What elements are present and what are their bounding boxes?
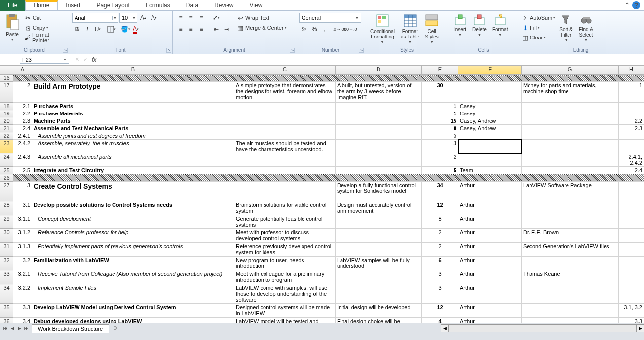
enter-formula-icon[interactable]: ✓ bbox=[83, 56, 88, 63]
increase-indent-button[interactable]: ⇥ bbox=[222, 24, 231, 34]
cell[interactable]: 4 bbox=[422, 318, 458, 323]
cell[interactable]: Arthur bbox=[458, 257, 522, 270]
cell[interactable]: 2 bbox=[422, 243, 458, 257]
cell[interactable]: Arthur bbox=[458, 284, 522, 304]
shrink-font-button[interactable]: A▾ bbox=[149, 13, 159, 23]
row-header[interactable]: 24 bbox=[0, 153, 13, 167]
cell[interactable] bbox=[522, 167, 619, 174]
cell[interactable]: Arthur bbox=[458, 215, 522, 229]
row-header[interactable]: 22 bbox=[0, 132, 13, 140]
insert-cells-button[interactable]: Insert▼ bbox=[452, 13, 468, 38]
cell[interactable] bbox=[522, 304, 619, 318]
cell[interactable] bbox=[522, 318, 619, 323]
row-header[interactable]: 33 bbox=[0, 270, 13, 284]
row-header[interactable]: 16 bbox=[0, 75, 13, 82]
column-header-H[interactable]: H bbox=[619, 66, 644, 75]
sort-filter-button[interactable]: Sort & Filter▼ bbox=[557, 13, 575, 43]
tab-home[interactable]: Home bbox=[25, 0, 58, 10]
fill-button[interactable]: ⬇Fill▾ bbox=[521, 23, 555, 33]
cell[interactable]: Develop a fully-functional control syste… bbox=[336, 182, 422, 201]
row-header[interactable]: 17 bbox=[0, 82, 13, 103]
font-name-combo[interactable]: ▼ bbox=[72, 13, 118, 23]
cell[interactable]: 2.1 bbox=[13, 103, 32, 110]
orientation-button[interactable]: ⤢▾ bbox=[211, 13, 221, 23]
cell[interactable] bbox=[234, 153, 336, 167]
spreadsheet-grid[interactable]: ABCDEFGH16172Build Arm PrototypeA simple… bbox=[0, 65, 644, 323]
formula-input[interactable] bbox=[100, 55, 644, 65]
cell[interactable]: 1 bbox=[422, 103, 458, 110]
row-header[interactable]: 31 bbox=[0, 243, 13, 257]
cell[interactable] bbox=[336, 284, 422, 304]
cell[interactable]: Integrate and Test Circuitry bbox=[32, 167, 234, 174]
last-sheet-button[interactable]: ⏭ bbox=[23, 326, 30, 331]
cell[interactable] bbox=[336, 117, 422, 125]
align-top-button[interactable]: ≡ bbox=[176, 13, 186, 23]
merge-center-button[interactable]: ▦Merge & Center▾ bbox=[236, 23, 287, 33]
cell[interactable]: 1 bbox=[619, 82, 644, 103]
cell[interactable]: Arthur bbox=[458, 304, 522, 318]
row-header[interactable]: 36 bbox=[0, 318, 13, 323]
cell[interactable]: 3 bbox=[422, 270, 458, 284]
cell[interactable]: Potentially implement parts of previous … bbox=[32, 243, 234, 257]
bold-button[interactable]: B bbox=[72, 24, 82, 34]
cell[interactable]: 2.4.2 bbox=[13, 140, 32, 153]
horizontal-scrollbar[interactable]: ◀ ▶ bbox=[441, 324, 644, 332]
cell[interactable]: Generate potentially feasible control sy… bbox=[234, 215, 336, 229]
cell[interactable] bbox=[336, 125, 422, 132]
cell[interactable] bbox=[234, 125, 336, 132]
cell[interactable] bbox=[336, 153, 422, 167]
cell[interactable]: 12 bbox=[422, 304, 458, 318]
cell[interactable]: Arthur bbox=[458, 182, 522, 201]
cell[interactable]: Debug developed designs using LabVIEW bbox=[32, 318, 234, 323]
cell[interactable] bbox=[522, 140, 619, 153]
row-header[interactable]: 19 bbox=[0, 110, 13, 117]
scroll-track[interactable] bbox=[449, 324, 636, 332]
column-header-A[interactable]: A bbox=[13, 66, 32, 75]
cell[interactable]: Designed control systems will be made in… bbox=[234, 304, 336, 318]
cell[interactable] bbox=[234, 182, 336, 201]
autosum-button[interactable]: ΣAutoSum▾ bbox=[521, 13, 555, 23]
cell[interactable] bbox=[234, 110, 336, 117]
name-box[interactable]: F23▼ bbox=[20, 56, 69, 64]
column-header-B[interactable]: B bbox=[32, 66, 234, 75]
cell[interactable]: 5 bbox=[422, 167, 458, 174]
cell[interactable] bbox=[619, 270, 644, 284]
cell[interactable] bbox=[458, 82, 522, 103]
cell[interactable] bbox=[619, 229, 644, 243]
cell[interactable]: Thomas Keane bbox=[522, 270, 619, 284]
cell[interactable] bbox=[234, 167, 336, 174]
cell[interactable] bbox=[522, 215, 619, 229]
cell[interactable]: 3.3 bbox=[13, 304, 32, 318]
cell[interactable]: Arthur bbox=[458, 318, 522, 323]
dialog-launcher-clipboard[interactable]: ↘ bbox=[63, 48, 68, 53]
cell[interactable]: Build Arm Prototype bbox=[32, 82, 234, 103]
fill-color-button[interactable]: 🪣▾ bbox=[120, 24, 130, 34]
tab-data[interactable]: Data bbox=[178, 0, 206, 10]
scroll-left-button[interactable]: ◀ bbox=[441, 324, 449, 332]
cell[interactable] bbox=[336, 140, 422, 153]
cell[interactable]: Develop possible solutions to Control Sy… bbox=[32, 201, 234, 215]
dialog-launcher-number[interactable]: ↘ bbox=[359, 48, 364, 53]
tab-formulas[interactable]: Formulas bbox=[138, 0, 178, 10]
grow-font-button[interactable]: A▴ bbox=[138, 13, 148, 23]
cell[interactable]: Initial design will be developed bbox=[336, 304, 422, 318]
cell[interactable]: Machine Parts bbox=[32, 117, 234, 125]
cell[interactable]: Concept development bbox=[32, 215, 234, 229]
format-as-table-button[interactable]: Format as Table▼ bbox=[399, 13, 421, 45]
font-size-combo[interactable]: ▼ bbox=[119, 13, 137, 23]
cell[interactable]: Reference previously developed control s… bbox=[234, 243, 336, 257]
cell[interactable]: 3.1.2 bbox=[13, 229, 32, 243]
sheet-tab-active[interactable]: Work Breakdown Structure bbox=[32, 324, 109, 333]
cell-styles-button[interactable]: Cell Styles▼ bbox=[423, 13, 441, 45]
cell[interactable]: 2.4.1, 2.4.2 bbox=[619, 153, 644, 167]
find-select-button[interactable]: Find & Select▼ bbox=[577, 13, 595, 43]
align-center-button[interactable]: ≡ bbox=[186, 24, 196, 34]
cancel-formula-icon[interactable]: ✕ bbox=[75, 56, 79, 63]
tab-page-layout[interactable]: Page Layout bbox=[88, 0, 137, 10]
percent-button[interactable]: % bbox=[309, 24, 319, 34]
first-sheet-button[interactable]: ⏮ bbox=[2, 326, 9, 331]
conditional-formatting-button[interactable]: Conditional Formatting▼ bbox=[368, 13, 397, 45]
cell[interactable] bbox=[522, 117, 619, 125]
cell[interactable]: 30 bbox=[422, 82, 458, 103]
cell[interactable] bbox=[619, 103, 644, 110]
